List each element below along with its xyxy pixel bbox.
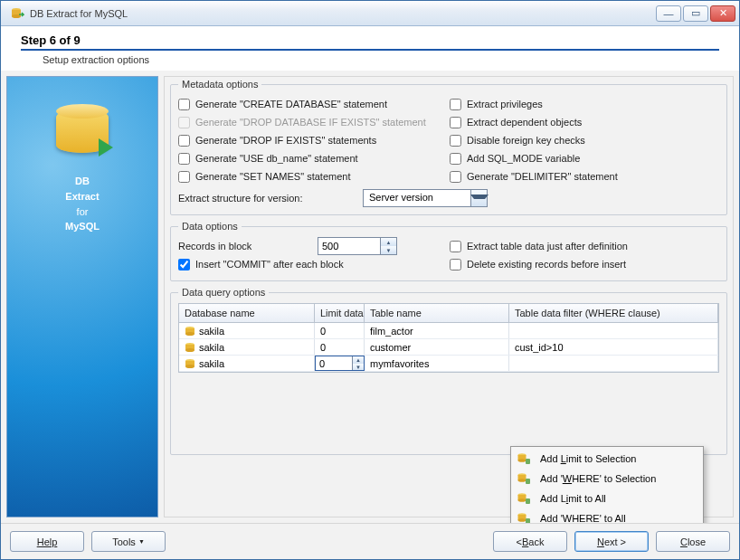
extract-after-checkbox[interactable]: Extract table data just after definition [450,241,628,252]
step-title: Step 6 of 9 [21,33,719,47]
table-action-icon [515,489,533,508]
product-logo [53,102,111,160]
spin-down-icon[interactable]: ▼ [381,246,396,254]
metadata-options-group: Metadata options Generate "CREATE DATABA… [170,79,727,215]
col-table[interactable]: Table name [365,304,509,322]
metadata-checkbox[interactable]: Generate "SET NAMES" statement [178,171,350,183]
wizard-footer: Help Tools ▼ < Back Next > Close [1,523,739,559]
next-button[interactable]: Next > [574,531,649,552]
checkbox-label: Generate "DROP DATABASE IF EXISTS" state… [195,117,426,128]
svg-point-18 [518,479,527,482]
commit-checkbox[interactable]: Insert "COMMIT" after each block [178,259,344,271]
context-menu-item[interactable]: Add 'WHERE' to All [513,508,701,523]
spin-up-icon[interactable]: ▲ [381,238,396,246]
spin-down-icon[interactable]: ▼ [353,364,364,371]
metadata-checkbox[interactable]: Generate "DROP IF EXISTS" statements [178,135,376,147]
checkbox-label: Generate "DELIMITER" statement [467,171,618,182]
step-subtitle: Setup extraction options [43,54,719,65]
tools-button[interactable]: Tools ▼ [91,531,166,552]
back-button[interactable]: < Back [493,531,567,552]
chevron-down-icon[interactable] [470,190,487,206]
version-select[interactable]: Server version [363,189,488,207]
records-label: Records in block [178,241,318,252]
database-icon [185,326,195,337]
svg-point-26 [518,518,527,522]
app-icon [10,6,24,21]
metadata-checkbox: Generate "DROP DATABASE IF EXISTS" state… [178,117,426,128]
delete-before-checkbox[interactable]: Delete existing records before insert [450,259,626,271]
limit-input[interactable] [316,356,352,371]
table-row[interactable]: sakila0film_actor [179,323,718,339]
main-panel: Metadata options Generate "CREATE DATABA… [164,76,734,517]
checkbox-label: Generate "DROP IF EXISTS" statements [195,135,376,146]
svg-point-22 [518,498,527,502]
table-cell[interactable]: film_actor [365,323,509,338]
menu-item-label: Add Limit to Selection [540,453,636,464]
metadata-checkbox[interactable]: Extract dependent objects [450,117,582,128]
metadata-checkbox[interactable]: Extract privileges [450,99,543,110]
window-title: DB Extract for MySQL [30,8,656,19]
db-name: sakila [199,326,224,337]
version-value: Server version [364,190,470,206]
close-button[interactable]: ✕ [710,5,735,22]
db-name: sakila [199,358,224,369]
brand-line3: for [77,206,89,217]
table-cell[interactable]: mymfavorites [365,356,509,371]
where-cell[interactable] [509,356,718,371]
records-input[interactable] [318,238,380,254]
svg-point-11 [185,365,194,368]
sidebar: DB Extract for MySQL [6,76,158,517]
checkbox-label: Extract privileges [467,99,543,109]
context-menu-item[interactable]: Add 'WHERE' to Selection [513,469,701,489]
col-db[interactable]: Database name [179,304,315,322]
svg-point-14 [518,459,527,462]
limit-cell[interactable]: 0 [315,339,365,355]
metadata-checkbox[interactable]: Generate "CREATE DATABASE" statement [178,99,387,110]
product-name: DB Extract for MySQL [65,173,100,233]
extract-after-label: Extract table data just after definition [467,241,628,252]
spin-up-icon[interactable]: ▲ [353,356,364,364]
metadata-checkbox[interactable]: Generate "USE db_name" statement [178,153,358,165]
database-icon [185,342,195,353]
brand-line2: Extract [65,191,99,202]
commit-label: Insert "COMMIT" after each block [195,259,344,270]
grid-header: Database name Limit data Table name Tabl… [179,304,718,323]
table-action-icon [515,470,533,488]
query-options-group: Data query options Database name Limit d… [170,287,727,455]
app-window: DB Extract for MySQL — ▭ ✕ Step 6 of 9 S… [0,0,740,560]
limit-cell[interactable]: 0 [315,323,365,338]
delete-before-label: Delete existing records before insert [467,259,626,270]
context-menu: Add Limit to SelectionAdd 'WHERE' to Sel… [510,446,704,523]
wizard-header: Step 6 of 9 Setup extraction options [1,26,739,71]
query-grid: Database name Limit data Table name Tabl… [178,303,719,373]
checkbox-label: Generate "CREATE DATABASE" statement [195,99,387,109]
svg-rect-15 [526,459,530,464]
metadata-checkbox[interactable]: Generate "DELIMITER" statement [450,171,618,183]
data-options-group: Data options Records in block ▲▼ [170,221,727,281]
checkbox-label: Generate "USE db_name" statement [195,153,358,164]
limit-cell-editing[interactable]: ▲▼ [315,356,365,371]
svg-rect-27 [526,518,530,523]
checkbox-label: Generate "SET NAMES" statement [195,171,350,182]
records-stepper[interactable]: ▲▼ [318,237,397,255]
maximize-button[interactable]: ▭ [683,5,708,22]
metadata-legend: Metadata options [178,79,261,90]
table-cell[interactable]: customer [365,339,509,355]
titlebar: DB Extract for MySQL — ▭ ✕ [1,1,739,26]
svg-point-5 [185,332,194,336]
table-row[interactable]: sakila▲▼mymfavorites [179,356,718,372]
help-button[interactable]: Help [10,531,84,552]
close-wizard-button[interactable]: Close [656,531,730,552]
wizard-body: DB Extract for MySQL Metadata options Ge… [1,71,739,523]
context-menu-item[interactable]: Add Limit to Selection [513,449,701,469]
where-cell[interactable]: cust_id>10 [509,339,718,355]
col-where[interactable]: Table data filter (WHERE clause) [509,304,718,322]
where-cell[interactable] [509,323,718,338]
col-limit[interactable]: Limit data [315,304,365,322]
table-row[interactable]: sakila0customercust_id>10 [179,339,718,356]
metadata-checkbox[interactable]: Add SQL_MODE variable [450,153,580,165]
table-action-icon [515,450,533,468]
context-menu-item[interactable]: Add Limit to All [513,489,701,508]
metadata-checkbox[interactable]: Disable foreign key checks [450,135,585,147]
minimize-button[interactable]: — [656,5,681,22]
